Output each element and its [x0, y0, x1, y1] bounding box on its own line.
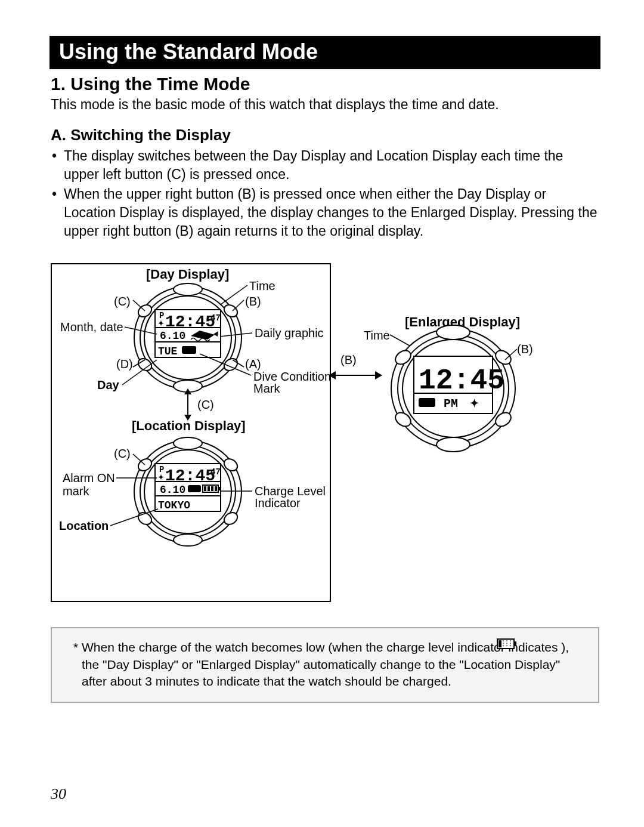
svg-text:12:45: 12:45	[419, 365, 504, 397]
svg-text:P: P	[159, 465, 164, 474]
svg-marker-62	[329, 371, 336, 379]
button-b-label: (B)	[245, 294, 261, 308]
svg-line-80	[505, 349, 517, 360]
svg-line-21	[133, 300, 145, 311]
svg-point-36	[174, 534, 202, 546]
svg-rect-82	[514, 641, 516, 646]
button-c-label: (C)	[114, 294, 131, 308]
intro-text: This mode is the basic mode of this watc…	[51, 95, 599, 114]
watch-enlarged-icon: 12:45 PM ✦	[388, 323, 519, 454]
button-c-label-2: (C)	[114, 446, 131, 461]
svg-rect-52	[204, 486, 206, 491]
subsection-heading: A. Switching the Display	[51, 126, 599, 144]
label-alarm-mark: mark	[63, 484, 89, 498]
svg-rect-54	[211, 486, 213, 491]
caption-location-display: [Location Display]	[132, 418, 246, 434]
svg-point-3	[174, 283, 202, 295]
bullet-item: When the upper right button (B) is press…	[51, 185, 599, 240]
caption-day-display: [Day Display]	[146, 267, 229, 282]
svg-line-60	[110, 509, 158, 526]
svg-text:TUE: TUE	[158, 345, 178, 357]
svg-text:47: 47	[210, 313, 221, 323]
label-month-date: Month, date	[60, 320, 123, 334]
svg-text:12:45: 12:45	[165, 313, 215, 331]
svg-rect-83	[499, 640, 501, 647]
svg-text:6.10: 6.10	[160, 484, 185, 496]
note-box: * When the charge of the watch becomes l…	[51, 627, 599, 703]
arrow-b-horizontal-icon	[329, 368, 382, 382]
svg-line-23	[125, 327, 157, 334]
svg-rect-53	[208, 486, 210, 491]
page-title: Using the Standard Mode	[49, 36, 600, 69]
battery-low-icon	[496, 637, 518, 650]
label-mark: Mark	[253, 381, 280, 396]
arrow-c-vertical-icon	[181, 388, 195, 421]
svg-point-68	[436, 325, 470, 340]
svg-text:✦: ✦	[470, 398, 479, 410]
svg-marker-63	[375, 371, 382, 379]
svg-rect-19	[182, 346, 196, 354]
svg-text:12:45: 12:45	[165, 467, 215, 485]
svg-text:47: 47	[210, 467, 221, 477]
label-daily-graphic: Daily graphic	[255, 326, 324, 340]
svg-line-22	[233, 300, 244, 311]
bullet-list: The display switches between the Day Dis…	[51, 147, 599, 240]
svg-text:TOKYO: TOKYO	[158, 499, 190, 511]
label-location: Location	[59, 519, 109, 533]
svg-rect-49	[188, 485, 201, 492]
svg-line-28	[200, 354, 251, 375]
svg-text:6.10: 6.10	[160, 330, 185, 342]
label-time-2: Time	[364, 328, 390, 342]
bullet-item: The display switches between the Day Dis…	[51, 147, 599, 184]
label-day: Day	[97, 378, 119, 392]
svg-line-24	[220, 333, 252, 337]
svg-rect-55	[215, 486, 217, 491]
svg-text:PM: PM	[444, 397, 458, 411]
svg-line-57	[133, 454, 145, 465]
button-c-toggle-label: (C)	[197, 397, 214, 412]
svg-marker-30	[184, 388, 191, 394]
label-indicator: Indicator	[255, 496, 301, 510]
page-number: 30	[51, 785, 66, 803]
svg-text:P: P	[159, 311, 164, 320]
svg-point-69	[436, 437, 470, 452]
svg-line-27	[122, 360, 157, 385]
diagram-area: [Day Display] P	[51, 263, 599, 609]
section-heading: 1. Using the Time Mode	[51, 74, 599, 94]
svg-rect-77	[419, 398, 435, 407]
svg-point-35	[174, 437, 202, 449]
button-b-toggle-left: (B)	[340, 353, 357, 367]
label-alarm-on: Alarm ON	[63, 471, 115, 485]
